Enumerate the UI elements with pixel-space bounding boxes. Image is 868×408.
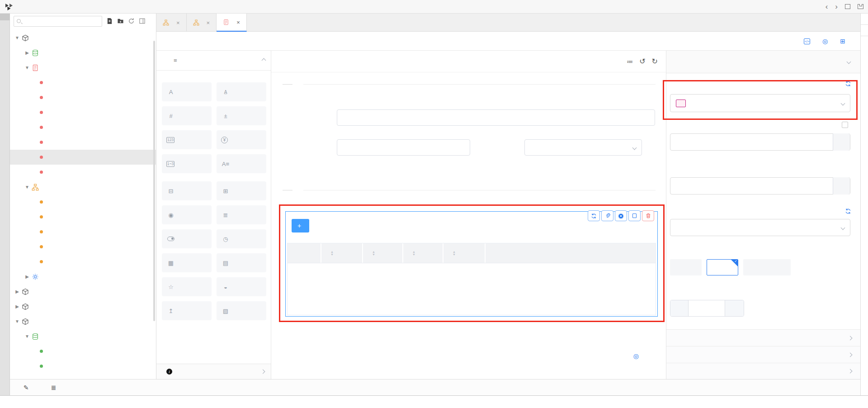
import-resource-icon[interactable]	[106, 18, 113, 24]
sort-icon[interactable]: ▲▼	[330, 251, 334, 256]
inspector-section-validation[interactable]	[666, 329, 861, 346]
search-input[interactable]	[14, 16, 102, 27]
tree-item-flow[interactable]	[10, 209, 156, 224]
palette-item-multi-line-text[interactable]: A̲	[217, 82, 266, 101]
default-value-input[interactable]	[670, 177, 850, 195]
preview-button[interactable]: ◎	[822, 38, 830, 44]
sync-icon[interactable]	[845, 208, 851, 214]
caret-down-icon[interactable]: ▼	[24, 65, 31, 70]
edit-mode-popup-selected[interactable]: ✓	[707, 259, 738, 275]
rail-tab-datasource[interactable]	[861, 14, 868, 25]
sync-icon[interactable]	[845, 81, 851, 87]
palette-item-number-range[interactable]: 1~3	[162, 154, 212, 173]
caret-down-icon[interactable]: ▼	[24, 334, 31, 339]
gender-select[interactable]	[524, 139, 642, 156]
editor-tab[interactable]: ×	[187, 14, 217, 32]
tree-item-page[interactable]	[10, 90, 156, 105]
tree-item-entity[interactable]: ▶	[10, 45, 156, 60]
title-input[interactable]	[670, 133, 850, 151]
chevron-up-icon[interactable]	[262, 58, 266, 63]
tree-item-page[interactable]	[10, 165, 156, 180]
sort-icon[interactable]: ▲▼	[453, 251, 456, 256]
close-icon[interactable]: ×	[176, 19, 180, 26]
refresh-icon[interactable]	[128, 18, 135, 24]
problems-tab[interactable]: ≣	[51, 384, 60, 391]
palette-item-editor[interactable]: A≡	[217, 154, 266, 173]
checkbox-unchecked[interactable]	[842, 122, 848, 128]
layout-toggle-icon[interactable]	[845, 4, 850, 9]
tree-item-flow[interactable]	[10, 254, 156, 269]
tree-item-module[interactable]: ▶	[10, 284, 156, 299]
edit-mode-inline-popup[interactable]	[743, 259, 791, 275]
decrement-button[interactable]	[670, 300, 689, 316]
outline-structure-icon[interactable]: ≔	[627, 58, 633, 65]
edit-mode-inline[interactable]	[670, 259, 702, 275]
debug-info-tab[interactable]: ✎	[24, 384, 32, 391]
tree-item-entity-child[interactable]	[10, 359, 156, 374]
tree-item-flow[interactable]	[10, 239, 156, 254]
page-resource-select[interactable]	[670, 219, 850, 236]
palette-item-image[interactable]: ▧	[217, 301, 266, 320]
tree-item-page[interactable]	[10, 105, 156, 120]
palette-item-attachment-upload[interactable]: ↥	[162, 301, 212, 320]
tree-item-page[interactable]	[10, 75, 156, 90]
delete-component-button[interactable]	[642, 210, 654, 221]
column-header-age[interactable]: ▲▼	[363, 243, 403, 263]
palette-item-dropdown[interactable]: ⊟	[162, 181, 212, 200]
caret-right-icon[interactable]: ▶	[24, 50, 31, 55]
palette-item-rating[interactable]: ☆	[162, 277, 212, 296]
age-input[interactable]	[337, 139, 470, 156]
column-header-name[interactable]: ▲▼	[321, 243, 363, 263]
palette-item-checkbox-group[interactable]: ≣	[217, 205, 266, 224]
inspector-section-advanced[interactable]	[666, 346, 861, 363]
caret-right-icon[interactable]: ▶	[24, 274, 31, 279]
nav-back-icon[interactable]: ‹	[826, 3, 828, 10]
save-layout-icon[interactable]	[858, 4, 863, 9]
column-header-gender[interactable]: ▲▼	[403, 243, 443, 263]
palette-item-counter[interactable]: ±	[217, 106, 266, 125]
tree-item-services[interactable]: ▶	[10, 269, 156, 284]
palette-item-tree-dropdown[interactable]: ⊞	[217, 181, 266, 200]
column-header-approver[interactable]: ▲▼	[443, 243, 486, 263]
tree-item-module[interactable]: ▶	[10, 299, 156, 314]
code-mode-button[interactable]: </>	[804, 38, 812, 44]
new-folder-icon[interactable]	[117, 18, 124, 24]
caret-down-icon[interactable]: ▼	[24, 185, 31, 190]
tree-item-entity-child[interactable]	[10, 344, 156, 359]
nav-forward-icon[interactable]: ›	[835, 3, 838, 10]
palette-item-radio-group[interactable]: ◉	[162, 205, 212, 224]
palette-item-switch[interactable]	[162, 229, 212, 248]
inspector-section-style[interactable]	[666, 363, 861, 380]
table-height-value[interactable]	[689, 300, 725, 316]
tree-item-entity[interactable]: ▼	[10, 329, 156, 344]
outline-bar[interactable]: i	[156, 364, 271, 379]
palette-item-color-picker[interactable]: ◒	[217, 277, 266, 296]
palette-item-amount[interactable]: ¥	[217, 130, 266, 149]
close-icon[interactable]: ×	[207, 19, 210, 26]
palette-item-single-line-text[interactable]: A	[162, 82, 212, 101]
palette-menu-icon[interactable]: ≡	[174, 57, 177, 64]
sort-icon[interactable]: ▲▼	[412, 251, 415, 256]
copy-component-button[interactable]	[628, 210, 641, 221]
rail-tab-offline-resources[interactable]	[861, 25, 868, 36]
tree-item-pages[interactable]: ▼	[10, 60, 156, 75]
tree-item-page[interactable]	[10, 135, 156, 150]
editor-tab[interactable]: ×	[156, 14, 187, 32]
palette-item-date-range[interactable]: ▤	[217, 253, 266, 272]
view-api-link[interactable]: ◎	[633, 353, 641, 359]
collapse-panel-icon[interactable]	[139, 18, 146, 24]
tree-item-flows[interactable]: ▼	[10, 180, 156, 195]
add-row-button[interactable]: +	[292, 219, 309, 232]
palette-item-auto-number[interactable]: #	[162, 106, 212, 125]
caret-right-icon[interactable]: ▶	[14, 304, 21, 309]
default-dynamic-button[interactable]	[833, 177, 850, 195]
close-icon[interactable]: ×	[236, 19, 240, 26]
palette-item-time-picker[interactable]: ◷	[217, 229, 266, 248]
increment-button[interactable]	[725, 300, 744, 316]
rail-tab-resources[interactable]	[0, 14, 10, 20]
bind-link-button[interactable]	[601, 210, 613, 221]
redo-icon[interactable]: ↻	[652, 58, 658, 65]
editor-tab-active[interactable]: ×	[217, 14, 247, 32]
sort-icon[interactable]: ▲▼	[372, 251, 375, 256]
caret-down-icon[interactable]: ▼	[14, 319, 21, 324]
